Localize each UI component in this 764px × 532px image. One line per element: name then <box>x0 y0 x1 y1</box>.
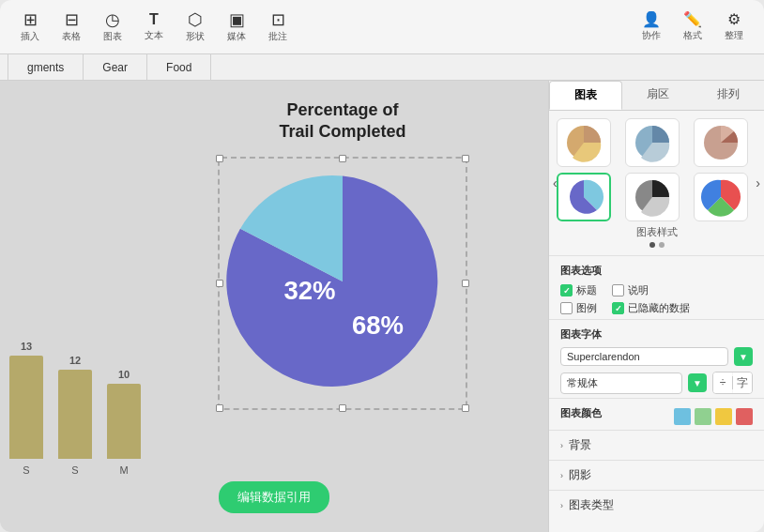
panel-tab-arrange[interactable]: 排列 <box>693 81 764 110</box>
chart-style-4[interactable] <box>557 173 611 221</box>
chart-color-section: 图表颜色 <box>549 398 764 430</box>
chart-style-5[interactable] <box>625 173 680 221</box>
canvas-area[interactable]: 13 S 12 S 10 M Percentage ofTrail Comple… <box>0 81 548 532</box>
table-label: 表格 <box>62 30 81 43</box>
color-swatch-2[interactable] <box>715 408 732 425</box>
comment-label: 批注 <box>268 30 287 43</box>
pie-chart-title: Percentage ofTrail Completed <box>279 99 405 144</box>
format-label: 格式 <box>683 29 702 42</box>
right-panel: 图表 扇区 排列 ‹ <box>548 81 764 532</box>
dot-0 <box>649 242 655 248</box>
option-hidden-data-checkbox[interactable] <box>612 302 624 314</box>
color-swatch-0[interactable] <box>674 408 691 425</box>
option-legend-checkbox[interactable] <box>560 302 573 314</box>
color-swatch-1[interactable] <box>695 408 711 425</box>
comment-button[interactable]: ⊡ 批注 <box>259 8 297 47</box>
font-family-row: Superclarendon ▼ <box>560 347 753 366</box>
text-label: 文本 <box>145 29 163 42</box>
font-family-arrow[interactable]: ▼ <box>734 347 753 366</box>
toolbar-left-group: ⊞ 插入 ⊟ 表格 ◷ 图表 T 文本 ⬡ 形状 ▣ 媒体 ⊡ 批注 <box>11 8 297 47</box>
option-hidden-data-label: 已隐藏的数据 <box>628 301 690 315</box>
collab-button[interactable]: 👤 协作 <box>633 8 670 46</box>
option-hidden-data: 已隐藏的数据 <box>612 301 690 315</box>
color-swatches-row <box>674 408 753 425</box>
chart-font-title: 图表字体 <box>560 327 753 342</box>
insert-label: 插入 <box>21 30 39 43</box>
option-legend: 图例 <box>560 301 597 315</box>
bar-rect-2 <box>107 384 141 459</box>
bar-label-top-0: 13 <box>21 341 32 352</box>
tab-gments[interactable]: gments <box>8 54 84 80</box>
bar-chart: 13 S 12 S 10 M <box>0 341 169 476</box>
chart-button[interactable]: ◷ 图表 <box>94 8 131 47</box>
font-style-select[interactable]: 常规体 <box>560 372 682 394</box>
chart-font-section: 图表字体 Superclarendon ▼ 常规体 ▼ ÷ 字 <box>549 319 764 398</box>
chart-style-6[interactable] <box>694 173 748 221</box>
bar-rect-1 <box>58 370 92 459</box>
chart-type-collapsible[interactable]: › 图表类型 <box>549 490 764 520</box>
manage-button[interactable]: ⚙ 整理 <box>715 8 753 46</box>
media-label: 媒体 <box>227 30 246 43</box>
manage-label: 整理 <box>725 29 743 42</box>
pie-chart-svg: 32% 68% <box>225 164 460 399</box>
bar-label-bottom-2: M <box>119 464 128 476</box>
format-icon: ✏️ <box>683 12 702 27</box>
shape-icon: ⬡ <box>188 11 203 28</box>
media-button[interactable]: ▣ 媒体 <box>218 8 255 47</box>
prev-styles-button[interactable]: ‹ <box>549 172 561 194</box>
options-row-2: 图例 已隐藏的数据 <box>560 301 753 315</box>
format-button[interactable]: ✏️ 格式 <box>674 8 711 46</box>
option-note-checkbox[interactable] <box>612 284 624 296</box>
shadow-label: 阴影 <box>569 467 591 483</box>
chart-color-title: 图表颜色 <box>560 406 602 420</box>
collab-icon: 👤 <box>642 12 661 27</box>
next-styles-button[interactable]: › <box>752 172 764 194</box>
panel-tab-sector[interactable]: 扇区 <box>622 81 694 110</box>
bar-col-0: 13 S <box>9 341 43 476</box>
option-legend-label: 图例 <box>576 301 597 315</box>
bar-label-top-2: 10 <box>118 369 130 380</box>
option-note: 说明 <box>612 283 649 297</box>
manage-icon: ⚙ <box>727 12 741 27</box>
table-button[interactable]: ⊟ 表格 <box>53 8 90 47</box>
tab-gear[interactable]: Gear <box>84 54 147 80</box>
edit-data-button[interactable]: 编辑数据引用 <box>219 481 329 513</box>
insert-button[interactable]: ⊞ 插入 <box>11 8 49 47</box>
styles-dots <box>557 242 756 248</box>
chart-type-arrow: › <box>560 501 563 510</box>
bar-rect-0 <box>9 356 43 459</box>
font-size-decrease[interactable]: ÷ <box>713 372 732 393</box>
color-swatch-3[interactable] <box>736 408 753 425</box>
bar-label-bottom-0: S <box>23 464 29 476</box>
chart-styles-section: ‹ <box>549 111 764 255</box>
bar-col-1: 12 S <box>58 355 92 476</box>
pie-chart-container: Percentage ofTrail Completed 32% 68% <box>206 99 479 410</box>
shadow-arrow: › <box>560 471 563 480</box>
font-style-arrow[interactable]: ▼ <box>688 373 707 392</box>
chart-style-3[interactable] <box>694 118 748 167</box>
text-icon: T <box>149 12 159 27</box>
background-arrow: › <box>560 441 563 450</box>
chart-style-1[interactable] <box>557 118 611 167</box>
shape-button[interactable]: ⬡ 形状 <box>176 8 214 47</box>
chart-style-2[interactable] <box>625 118 680 167</box>
font-size-stepper: ÷ 字 <box>712 372 753 394</box>
shadow-collapsible[interactable]: › 阴影 <box>549 460 764 490</box>
text-button[interactable]: T 文本 <box>135 8 173 46</box>
chart-options-title: 图表选项 <box>560 264 753 278</box>
shape-label: 形状 <box>186 30 205 43</box>
table-icon: ⊟ <box>65 11 79 28</box>
tab-food[interactable]: Food <box>147 54 211 80</box>
background-collapsible[interactable]: › 背景 <box>549 430 764 460</box>
option-title-checkbox[interactable] <box>560 284 573 296</box>
pie-chart-wrapper[interactable]: 32% 68% <box>218 157 467 410</box>
bar-label-bottom-1: S <box>71 464 78 476</box>
bar-col-2: 10 M <box>107 369 141 476</box>
chart-type-label: 图表类型 <box>569 497 614 513</box>
panel-tab-chart[interactable]: 图表 <box>549 81 622 110</box>
font-family-select[interactable]: Superclarendon <box>560 347 728 366</box>
collab-label: 协作 <box>642 29 661 42</box>
options-row-1: 标题 说明 <box>560 283 753 297</box>
font-size-increase[interactable]: 字 <box>733 372 752 393</box>
option-title-label: 标题 <box>576 283 597 297</box>
